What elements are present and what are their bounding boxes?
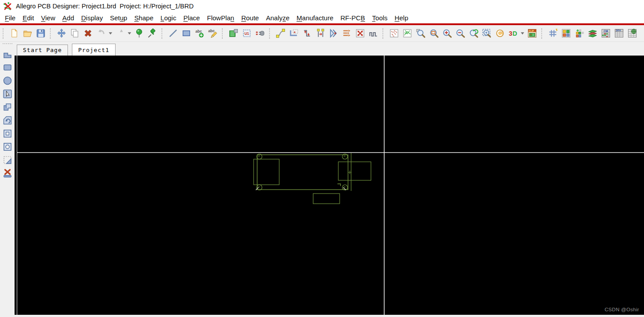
tab-project1[interactable]: Project1	[72, 44, 116, 56]
move-button[interactable]	[56, 27, 67, 40]
toolbar-grip[interactable]	[161, 28, 164, 39]
menu-display[interactable]: Display	[78, 13, 106, 22]
shape-add-button[interactable]	[2, 48, 13, 60]
spacing-bump-button[interactable]	[301, 27, 313, 40]
redraw-button[interactable]	[494, 27, 505, 40]
void-rect-button[interactable]	[2, 128, 13, 139]
menu-route[interactable]: Route	[238, 13, 262, 22]
menu-tools[interactable]: Tools	[369, 13, 391, 22]
menu-file[interactable]: File	[1, 13, 19, 22]
shape-select-button[interactable]	[2, 88, 13, 99]
delete-islands-icon	[2, 168, 13, 179]
new-file-button[interactable]	[8, 27, 20, 40]
svg-text:FLIP: FLIP	[528, 30, 534, 32]
zoom-points-button[interactable]	[415, 27, 426, 40]
spread-lines-button[interactable]	[341, 27, 352, 40]
cross-section-button[interactable]	[626, 27, 638, 40]
menu-analyze[interactable]: Analyze	[262, 13, 293, 22]
unrats-button[interactable]	[388, 27, 400, 40]
menu-place[interactable]: Place	[180, 13, 204, 22]
view-3d-button[interactable]: 3D	[507, 27, 519, 40]
drop-arrow[interactable]	[520, 27, 525, 40]
drop-arrow[interactable]	[108, 27, 113, 40]
menu-manufacture[interactable]: Manufacture	[293, 13, 337, 22]
spacing-bump-icon	[302, 28, 312, 38]
zoom-out-button[interactable]	[454, 27, 466, 40]
shape-copy-button[interactable]	[2, 101, 13, 112]
delay-tune-button[interactable]	[367, 27, 379, 40]
save-icon	[36, 28, 46, 38]
rats-button[interactable]	[401, 27, 413, 40]
flip-board-button[interactable]: FLIP	[526, 27, 538, 40]
delete-icon	[83, 28, 93, 38]
grid-toggle-button[interactable]	[547, 27, 558, 40]
swap-plug-button[interactable]	[254, 27, 266, 40]
window-bottom-edge	[15, 315, 644, 317]
highlight-button[interactable]	[133, 27, 145, 40]
color-dialog-button[interactable]	[560, 27, 572, 40]
shape-edit-boundary-button[interactable]	[2, 115, 13, 126]
toolbar-grip[interactable]	[50, 28, 52, 39]
menu-edit[interactable]: Edit	[19, 13, 37, 22]
open-folder-button[interactable]	[22, 27, 33, 40]
layer-stack-button[interactable]	[587, 27, 598, 40]
toolbar-grip[interactable]	[269, 28, 272, 39]
zoom-in-button[interactable]	[441, 27, 453, 40]
assign-refdes-button[interactable]: U1	[241, 27, 252, 40]
cut-cline-icon	[315, 28, 326, 38]
toolbar-grip[interactable]	[222, 28, 225, 39]
menu-logic[interactable]: Logic	[157, 13, 180, 22]
save-button[interactable]	[35, 27, 46, 40]
add-rect-button[interactable]	[180, 27, 192, 40]
void-circle-button[interactable]	[2, 141, 13, 152]
menu-flowplan[interactable]: FlowPlan	[203, 13, 238, 22]
place-part-button[interactable]	[228, 27, 239, 40]
toolbar-grip[interactable]	[541, 28, 544, 39]
menu-rfpcb[interactable]: RF-PCB	[337, 13, 369, 22]
toolbar-grip[interactable]	[382, 28, 385, 39]
undo-button[interactable]	[95, 27, 107, 40]
add-line-button[interactable]	[167, 27, 179, 40]
void-rect-icon	[2, 128, 13, 139]
spread-lines-icon	[342, 28, 352, 38]
tab-start-page[interactable]: Start Page	[17, 45, 68, 56]
delete-button[interactable]	[82, 27, 94, 40]
shape-add-icon	[2, 49, 13, 60]
add-text-button[interactable]: abc	[194, 27, 205, 40]
shape-add-rect-button[interactable]	[2, 62, 13, 73]
slide-icon	[276, 28, 286, 38]
toolbar-grip[interactable]	[3, 43, 12, 46]
void-element-button[interactable]	[2, 154, 13, 165]
redo-button[interactable]	[114, 27, 126, 40]
shove-button[interactable]	[328, 27, 339, 40]
menu-shape[interactable]: Shape	[131, 13, 157, 22]
menu-help[interactable]: Help	[391, 13, 412, 22]
menu-setup[interactable]: Setup	[106, 13, 131, 22]
menu-view[interactable]: View	[37, 13, 59, 22]
zoom-selection-button[interactable]	[481, 27, 492, 40]
copy-button[interactable]	[69, 27, 80, 40]
edit-text-button[interactable]: abc	[207, 27, 218, 40]
slide-button[interactable]	[275, 27, 286, 40]
layer-stack-icon	[588, 28, 598, 38]
void-circle-icon	[2, 142, 13, 152]
design-canvas[interactable]: CSDN @Oshir	[17, 56, 644, 315]
drop-arrow[interactable]	[127, 27, 132, 40]
undo-icon	[96, 28, 106, 38]
menu-add[interactable]: Add	[59, 13, 78, 22]
color-priority-button[interactable]	[573, 27, 585, 40]
dfa-spreadsheet-button[interactable]: DFA	[613, 27, 625, 40]
dfa-spreadsheet-icon: DFA	[614, 28, 624, 38]
ripup-button[interactable]	[354, 27, 366, 40]
cut-cline-button[interactable]	[315, 27, 326, 40]
route-corner-button[interactable]	[288, 27, 300, 40]
pin-button[interactable]	[146, 27, 158, 40]
zoom-box-button[interactable]	[428, 27, 439, 40]
place-part-icon	[228, 28, 239, 38]
constraint-manager-button[interactable]: CM	[600, 27, 611, 40]
delete-islands-button[interactable]	[2, 168, 13, 179]
shape-add-circle-button[interactable]	[2, 75, 13, 86]
toolbar-grip[interactable]	[3, 28, 5, 39]
zoom-previous-button[interactable]	[468, 27, 479, 40]
toolbar-group	[47, 27, 159, 40]
